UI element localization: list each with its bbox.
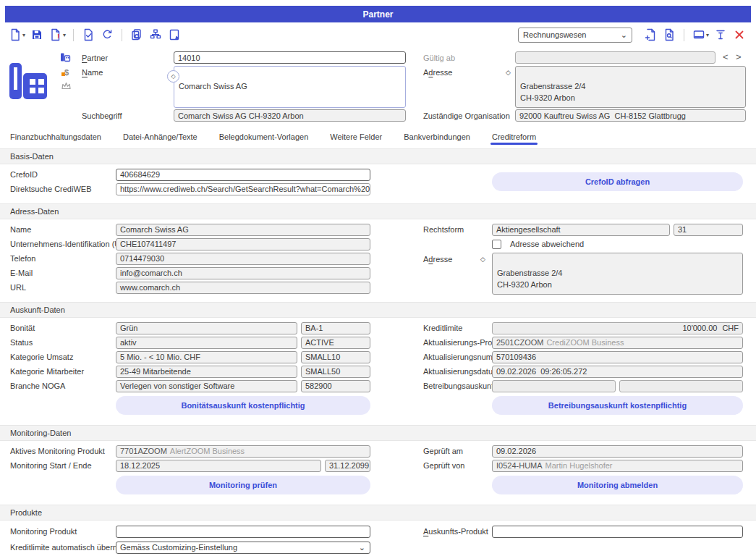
aktives-monitoring-produkt-field: 7701AZOOM AlertZOOM Business [116,445,370,458]
name-textarea[interactable]: Comarch Swiss AG [174,66,406,108]
monitoring-daten-section: Aktives Monitoring Produkt 7701AZOOM Ale… [0,441,756,500]
context-select-value: Rechnungswesen [523,30,621,39]
uid-label: Unternehmens-Identifikation (UID) [10,240,116,248]
bonitaetsauskunft-button[interactable]: Bonitätsauskunft kostenpflichtig [116,396,370,415]
crefoid-label: CrefoID [10,170,116,179]
building-icon [59,51,71,64]
tab-datei-anhaenge-texte[interactable]: Datei-Anhänge/Texte [123,132,198,146]
adresse-abweichend-checkbox[interactable] [492,240,501,249]
branche-noga-label: Branche NOGA [10,382,116,390]
adresse-label: Adresse [423,68,452,77]
adress-adresse-label: Adresse [423,255,452,264]
delete-document-icon[interactable]: ! [48,28,63,42]
crefoid-abfragen-button[interactable]: CrefoID abfragen [492,172,743,191]
bonitaet-value: Grün [120,324,137,332]
suchbegriff-label: Suchbegriff [82,111,122,120]
auskunft-daten-section-header: Auskunft-Daten [0,302,756,318]
crediweb-value: https://www.crediweb.ch/Search/GetSearch… [120,185,370,193]
monitoring-ende-value: 31.12.2099 [329,461,369,470]
check-document-icon[interactable] [81,28,95,42]
produkte-section: Monitoring Produkt Kreditlimite automati… [0,521,756,556]
uid-field: CHE107411497 [116,238,370,250]
produkte-title: Produkte [10,508,42,517]
suchbegriff-value: Comarch Swiss AG CH-9320 Arbon [178,111,304,120]
toolbar-separator [122,29,122,41]
toolbar-separator [684,29,684,41]
edit-document-icon[interactable] [167,28,182,42]
geprueft-von-label: Geprüft von [423,461,492,470]
adresse-value: Grabenstrasse 2/4 CH-9320 Arbon [520,82,586,103]
refresh-icon[interactable] [100,28,114,42]
url-label: URL [10,283,116,292]
adress-adresse-textarea: Grabenstrasse 2/4 CH-9320 Arbon [492,253,743,295]
betreibungsdatum-field-1 [492,380,616,392]
branche-noga-field: Verlegen von sonstiger Software [116,380,297,392]
basis-daten-section: CrefoID 406684629 Direktsuche CrediWEB h… [0,164,756,199]
save-icon[interactable] [30,28,44,42]
rechtsform-code-field: 31 [674,224,743,236]
partner-logo [6,59,51,105]
status-code: ACTIVE [305,338,334,347]
monitoring-pruefen-button[interactable]: Monitoring prüfen [116,476,370,494]
betreibungsauskunft-button[interactable]: Betreibungsauskunft kostenpflichtig [492,396,743,415]
kategorie-mitarbeiter-code: SMALL50 [305,367,340,376]
monitoring-abmelden-button[interactable]: Monitoring abmelden [492,476,743,494]
delete-document-caret-icon[interactable]: ▾ [63,32,66,38]
partner-header: $ Partner 14010 Name Comarch Swiss AG ◇ … [0,47,756,127]
add-document-icon[interactable] [643,28,658,42]
window-title: Partner [362,9,393,20]
crediweb-link-field[interactable]: https://www.crediweb.ch/Search/GetSearch… [116,183,370,195]
new-document-caret-icon[interactable]: ▾ [22,32,25,38]
adress-adresse-value: Grabenstrasse 2/4 CH-9320 Arbon [497,269,563,290]
next-arrow[interactable]: > [736,51,742,62]
hierarchy-icon[interactable] [148,28,163,42]
produkte-section-header: Produkte [0,505,756,521]
adress-daten-title: Adress-Daten [10,207,59,216]
basis-daten-section-header: Basis-Daten [0,148,756,164]
context-select[interactable]: Rechnungswesen ⌄ [518,28,632,43]
monitoring-produkt-input[interactable] [116,526,370,538]
tab-belegdokument-vorlagen[interactable]: Belegdokument-Vorlagen [219,132,309,146]
tab-finanzbuchhaltungsdaten[interactable]: Finanzbuchhaltungsdaten [10,132,101,146]
name-diamond-icon[interactable]: ◇ [167,70,179,83]
basis-daten-title: Basis-Daten [10,152,54,161]
monitoring-start-value: 18.12.2025 [120,461,160,470]
aktualisierungs-produkt-code: 2501CZOOM [496,338,543,347]
dock-window-icon[interactable] [692,28,706,42]
partner-value: 14010 [178,54,200,62]
svg-text:$: $ [64,68,69,77]
telefon-value: 0714479030 [120,254,164,263]
crefoid-input[interactable]: 406684629 [116,169,370,181]
monitoring-ende-field: 31.12.2099 [325,460,370,472]
tab-weitere-felder[interactable]: Weitere Felder [330,132,382,146]
auskunfts-produkt-input[interactable] [492,526,743,538]
bonitaet-field: Grün [116,322,297,334]
search-document-icon[interactable] [662,28,676,42]
close-icon[interactable] [732,28,747,42]
dock-window-caret-icon[interactable]: ▾ [706,32,709,38]
copy-search-icon[interactable] [129,28,144,42]
partner-input[interactable]: 14010 [174,51,406,64]
adress-adresse-diamond-icon[interactable]: ◇ [480,256,485,263]
kreditlimite-automatisch-value: Gemäss Customizing-Einstellung [120,543,237,552]
tab-creditreform[interactable]: Creditreform [492,132,536,146]
aktives-monitoring-produkt-code: 7701AZOOM [120,447,167,455]
tab-bankverbindungen[interactable]: Bankverbindungen [404,132,470,146]
text-height-icon[interactable] [713,28,728,42]
new-document-icon[interactable] [8,28,22,42]
name-label: Name [82,68,103,77]
svg-text:!: ! [57,33,59,40]
aktualisierungsnummer-field: 570109436 [492,351,743,363]
previous-arrow[interactable]: < [723,51,729,62]
kreditlimite-label: Kreditlimite [423,324,492,332]
branche-noga-value: Verlegen von sonstiger Software [120,382,234,390]
kategorie-mitarbeiter-value: 25-49 Mitarbeitende [120,367,191,376]
branche-noga-code-field: 582900 [301,380,370,392]
adresse-diamond-icon[interactable]: ◇ [506,69,511,76]
window-titlebar[interactable]: Partner [5,6,751,22]
monitoring-start-field: 18.12.2025 [116,460,321,472]
kreditlimite-automatisch-select[interactable]: Gemäss Customizing-Einstellung ⌄ [116,542,370,554]
adress-daten-section: Name Comarch Swiss AG Unternehmens-Ident… [0,219,756,298]
uid-value: CHE107411497 [120,240,176,248]
betreibungsauskunftsdatum-label: Betreibungsauskunftsdatum [423,382,492,390]
